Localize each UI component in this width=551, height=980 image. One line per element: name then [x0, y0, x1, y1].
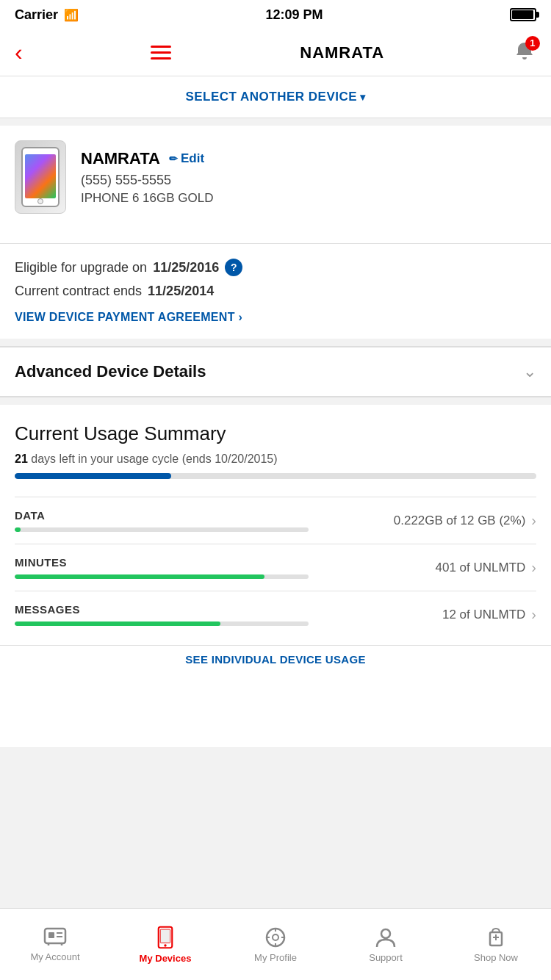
svg-point-9 — [381, 929, 390, 938]
svg-point-8 — [273, 934, 278, 940]
messages-chevron-icon: › — [531, 606, 536, 623]
tab-my-account-label: My Account — [30, 951, 79, 962]
tab-my-profile-label: My Profile — [254, 952, 297, 963]
minutes-usage-item[interactable]: MINUTES 401 of UNLMTD › — [15, 544, 536, 591]
account-icon — [43, 927, 67, 948]
edit-device-button[interactable]: ✏ Edit — [169, 151, 204, 166]
tab-my-devices-label: My Devices — [140, 953, 192, 964]
cycle-bar-fill — [15, 473, 171, 479]
battery-icon — [510, 8, 536, 21]
individual-device-usage-link[interactable]: SEE INDIVIDUAL DEVICE USAGE — [185, 653, 365, 666]
tab-my-account[interactable]: My Account — [0, 909, 110, 980]
contract-row: Current contract ends 11/25/2014 — [15, 284, 536, 299]
tab-my-devices[interactable]: My Devices — [110, 909, 220, 980]
messages-usage-item[interactable]: MESSAGES 12 of UNLMTD › — [15, 591, 536, 638]
usage-summary-section: Current Usage Summary 21 days left in yo… — [0, 405, 551, 645]
advanced-details-toggle[interactable]: Advanced Device Details ⌄ — [0, 346, 551, 397]
shop-icon — [484, 926, 508, 948]
data-chevron-icon: › — [531, 512, 536, 529]
device-card: NAMRATA ✏ Edit (555) 555-5555 IPHONE 6 1… — [0, 126, 551, 243]
pencil-icon: ✏ — [169, 153, 178, 165]
nav-bar: ‹ NAMRATA 1 — [0, 29, 551, 76]
tab-shop-now-label: Shop Now — [474, 952, 518, 963]
carrier-label: Carrier — [15, 7, 58, 23]
select-device-banner[interactable]: SELECT ANOTHER DEVICE▾ — [0, 76, 551, 118]
tab-shop-now[interactable]: Shop Now — [441, 909, 551, 980]
minutes-bar-fill — [15, 574, 264, 579]
support-icon — [375, 926, 397, 948]
svg-point-6 — [164, 944, 166, 946]
info-icon[interactable]: ? — [225, 259, 242, 276]
payment-agreement-link[interactable]: VIEW DEVICE PAYMENT AGREEMENT › — [15, 311, 242, 323]
time-label: 12:09 PM — [266, 7, 323, 23]
data-value: 0.222GB of 12 GB (2%) — [394, 514, 526, 528]
device-phone-number: (555) 555-5555 — [81, 173, 213, 188]
device-name: NAMRATA — [81, 149, 160, 168]
minutes-label: MINUTES — [15, 556, 309, 569]
tab-my-profile[interactable]: My Profile — [220, 909, 331, 980]
usage-days-label: 21 days left in your usage cycle (ends 1… — [15, 453, 536, 466]
select-device-chevron: ▾ — [360, 91, 366, 103]
messages-bar-fill — [15, 621, 220, 626]
device-model-label: IPHONE 6 16GB GOLD — [81, 191, 213, 206]
svg-rect-5 — [160, 929, 170, 943]
tab-bar: My Account My Devices My Profile Support — [0, 908, 551, 980]
upgrade-row: Eligible for upgrade on 11/25/2016 ? — [15, 259, 536, 276]
upgrade-info: Eligible for upgrade on 11/25/2016 ? Cur… — [0, 243, 551, 339]
data-bar-fill — [15, 527, 21, 532]
tab-support-label: Support — [369, 952, 403, 963]
data-label: DATA — [15, 509, 309, 522]
page-title: NAMRATA — [300, 43, 384, 62]
more-link-section[interactable]: SEE INDIVIDUAL DEVICE USAGE — [0, 645, 551, 747]
minutes-chevron-icon: › — [531, 559, 536, 576]
hamburger-menu-button[interactable] — [151, 46, 171, 60]
cycle-progress-bar — [15, 473, 536, 479]
days-left-count: 21 — [15, 453, 28, 465]
data-usage-item[interactable]: DATA 0.222GB of 12 GB (2%) › — [15, 497, 536, 544]
messages-label: MESSAGES — [15, 603, 309, 616]
advanced-details-title: Advanced Device Details — [15, 362, 206, 381]
wifi-icon: 📶 — [64, 8, 79, 22]
notification-bell-button[interactable]: 1 — [513, 40, 536, 66]
svg-rect-1 — [48, 932, 54, 938]
notification-count-badge: 1 — [525, 36, 540, 51]
messages-value: 12 of UNLMTD — [442, 608, 525, 622]
device-header: NAMRATA ✏ Edit (555) 555-5555 IPHONE 6 1… — [15, 140, 536, 214]
tab-support[interactable]: Support — [331, 909, 441, 980]
usage-summary-title: Current Usage Summary — [15, 422, 536, 445]
status-bar-left: Carrier 📶 — [15, 7, 79, 23]
devices-icon — [156, 926, 175, 949]
device-image — [15, 140, 66, 214]
back-button[interactable]: ‹ — [15, 39, 23, 66]
status-bar: Carrier 📶 12:09 PM — [0, 0, 551, 29]
upgrade-date: 11/25/2016 — [153, 260, 219, 275]
contract-date: 11/25/2014 — [148, 284, 214, 299]
chevron-down-icon: ⌄ — [523, 362, 536, 381]
phone-screen — [21, 147, 60, 207]
minutes-value: 401 of UNLMTD — [436, 561, 526, 575]
device-info: NAMRATA ✏ Edit (555) 555-5555 IPHONE 6 1… — [81, 149, 213, 206]
profile-icon — [264, 926, 287, 948]
select-device-link[interactable]: SELECT ANOTHER DEVICE▾ — [185, 90, 365, 104]
